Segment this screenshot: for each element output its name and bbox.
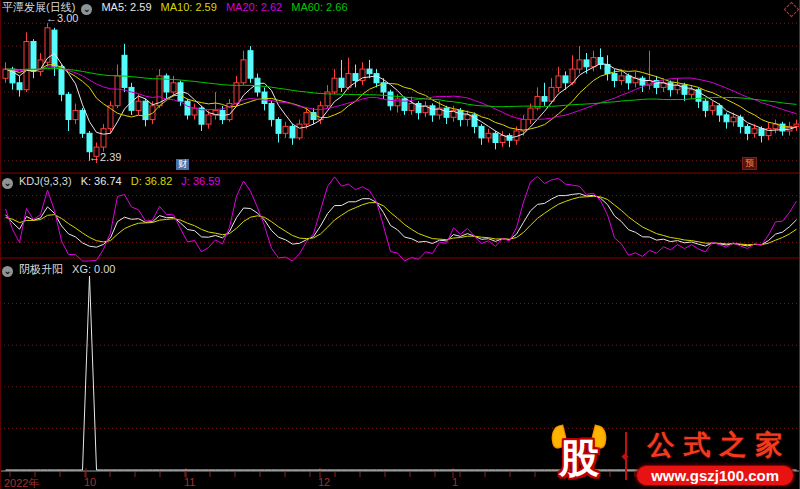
candle-down: [17, 83, 22, 90]
candle-up: [24, 42, 29, 90]
xg-value: XG: 0.00: [72, 263, 115, 275]
kdj-d-value: D: 36.82: [131, 175, 173, 187]
candle-down: [493, 133, 498, 142]
chart-canvas[interactable]: [0, 0, 800, 489]
sub-indicator-title: 阴极升阳: [19, 263, 63, 275]
candle-down: [374, 74, 379, 83]
left-border: [0, 0, 1, 489]
candle-down: [290, 126, 295, 137]
candle-up: [528, 108, 533, 120]
candle-down: [458, 110, 463, 119]
candle-down: [444, 108, 449, 117]
candle-up: [752, 129, 757, 134]
candle-down: [584, 60, 589, 67]
news-badge-cai[interactable]: 财: [176, 159, 189, 170]
high-price-annotation: ←3.00: [46, 12, 78, 24]
candle-up: [689, 90, 694, 95]
candle-up: [3, 69, 8, 78]
candle-down: [59, 67, 64, 95]
chevron-down-icon[interactable]: ⌄: [81, 4, 92, 15]
sub-panel-header: ⌄阴极升阳 XG: 0.00: [2, 263, 121, 277]
axis-label-month: 10: [84, 476, 96, 488]
candle-down: [759, 129, 764, 136]
candle-up: [304, 113, 309, 125]
candle-down: [129, 87, 134, 110]
candle-down: [724, 115, 729, 122]
ma5-legend: MA5: 2.59: [101, 1, 151, 13]
candle-up: [710, 106, 715, 111]
axis-label-month: 11: [184, 476, 195, 488]
low-price-annotation: ←2.39: [89, 151, 121, 163]
candle-up: [549, 87, 554, 101]
bull-icon: 股: [550, 426, 608, 486]
kdj-title: KDJ(9,3,3): [19, 175, 72, 187]
kdj-d-line: [6, 196, 797, 244]
candle-down: [682, 85, 687, 94]
forecast-badge-yu[interactable]: 预: [742, 157, 757, 170]
kdj-k-line: [6, 194, 797, 248]
candle-down: [248, 51, 253, 78]
candle-down: [626, 76, 631, 83]
site-url[interactable]: www.gszj100.com: [636, 465, 794, 486]
candle-down: [745, 126, 750, 133]
kdj-j-value: J: 36.59: [181, 175, 220, 187]
candle-up: [136, 101, 141, 110]
candle-up: [486, 133, 491, 138]
chevron-down-icon[interactable]: ⌄: [2, 266, 13, 277]
candle-down: [87, 133, 92, 151]
tdx-chart-window: 平潭发展(日线)⌄ MA5: 2.59 MA10: 2.59 MA20: 2.6…: [0, 0, 800, 489]
candle-down: [52, 30, 57, 67]
logo-divider: ◆: [625, 432, 627, 480]
candle-down: [143, 101, 148, 119]
candle-down: [269, 104, 274, 120]
candle-up: [115, 76, 120, 106]
candle-up: [283, 126, 288, 133]
candle-up: [346, 74, 351, 88]
candle-down: [563, 76, 568, 83]
candle-up: [577, 60, 582, 69]
candle-down: [542, 97, 547, 102]
candle-up: [731, 117, 736, 122]
ma20-legend: MA20: 2.62: [226, 1, 282, 13]
candle-down: [430, 106, 435, 115]
candle-down: [185, 101, 190, 115]
candle-down: [717, 106, 722, 115]
candle-down: [31, 42, 36, 72]
candle-down: [703, 101, 708, 110]
candle-up: [332, 78, 337, 92]
candle-up: [297, 124, 302, 138]
candle-down: [262, 92, 267, 104]
gszj-logo[interactable]: 股 ◆ 公式之家 www.gszj100.com: [550, 426, 794, 486]
ma60-legend: MA60: 2.66: [291, 1, 347, 13]
candle-down: [199, 108, 204, 124]
axis-label-month: 1: [452, 476, 458, 488]
candle-up: [465, 115, 470, 120]
candle-up: [409, 104, 414, 111]
candle-down: [276, 120, 281, 134]
candle-down: [612, 74, 617, 81]
candle-up: [591, 58, 596, 67]
candle-down: [339, 78, 344, 87]
candle-down: [122, 55, 127, 87]
candle-down: [388, 92, 393, 106]
axis-label-year: 2022年: [4, 476, 39, 489]
candle-up: [556, 76, 561, 88]
chevron-down-icon[interactable]: ⌄: [2, 178, 13, 189]
candle-down: [479, 126, 484, 137]
logo-stock-char: 股: [559, 431, 599, 486]
candle-up: [101, 129, 106, 147]
diamond-icon: ◆: [621, 451, 628, 461]
candle-down: [164, 76, 169, 92]
candle-up: [521, 120, 526, 132]
candle-up: [500, 136, 505, 143]
candle-down: [668, 83, 673, 90]
ma10-legend: MA10: 2.59: [161, 1, 217, 13]
kdj-k-value: K: 36.74: [81, 175, 122, 187]
candle-down: [353, 74, 358, 81]
candle-down: [80, 110, 85, 133]
candle-down: [367, 69, 372, 74]
kdj-panel-header: ⌄KDJ(9,3,3) K: 36.74 D: 36.82 J: 36.59: [2, 175, 226, 189]
candle-up: [171, 83, 176, 92]
candle-down: [640, 78, 645, 85]
axis-label-month: 12: [318, 476, 330, 488]
